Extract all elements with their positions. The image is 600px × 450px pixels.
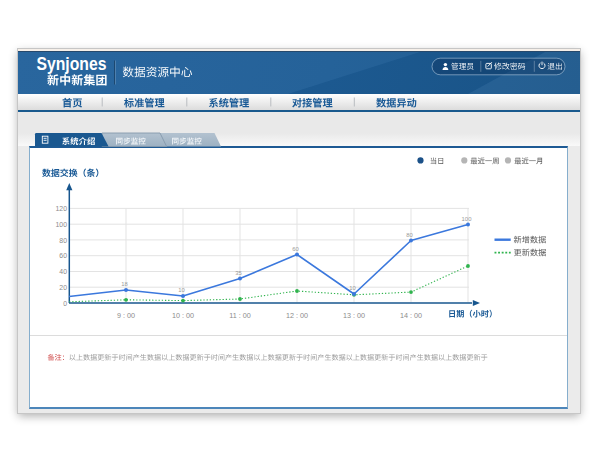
svg-text:12 : 00: 12 : 00	[286, 311, 308, 320]
svg-text:100: 100	[462, 216, 473, 222]
svg-text:20: 20	[59, 284, 67, 291]
svg-text:60: 60	[59, 252, 67, 259]
svg-text:10: 10	[349, 285, 356, 291]
svg-text:35: 35	[235, 270, 242, 276]
svg-text:80: 80	[59, 237, 67, 244]
svg-text:9 : 00: 9 : 00	[117, 311, 135, 320]
svg-text:40: 40	[59, 268, 67, 275]
svg-text:Synjones: Synjones	[37, 54, 107, 74]
svg-text:80: 80	[406, 232, 413, 238]
svg-text:60: 60	[292, 246, 299, 252]
svg-text:120: 120	[56, 205, 68, 212]
svg-text:18: 18	[121, 281, 128, 287]
svg-text:14 : 00: 14 : 00	[400, 311, 422, 320]
svg-text:10: 10	[178, 287, 185, 293]
svg-text:100: 100	[56, 221, 68, 228]
svg-text:13 : 00: 13 : 00	[343, 311, 365, 320]
svg-text:11 : 00: 11 : 00	[229, 311, 250, 320]
svg-text:10 : 00: 10 : 00	[172, 311, 194, 320]
svg-text:0: 0	[63, 300, 67, 307]
